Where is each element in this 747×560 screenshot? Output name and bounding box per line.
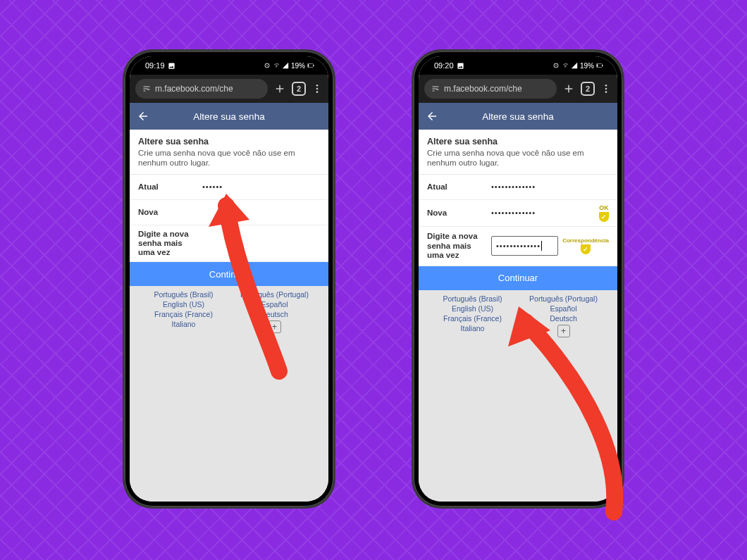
retype-password-row: Digite a nova senha mais uma vez — [130, 225, 328, 263]
svg-point-4 — [316, 88, 319, 90]
tune-icon — [431, 85, 440, 93]
camera-notch — [224, 63, 234, 73]
retype-password-row: Digite a nova senha mais uma vez •••••••… — [419, 227, 617, 266]
image-icon — [457, 62, 464, 70]
clock: 09:20 — [434, 61, 454, 70]
current-password-label: Atual — [138, 182, 198, 192]
svg-point-5 — [316, 91, 319, 93]
battery-icon — [596, 62, 603, 69]
lang-link[interactable]: Italiano — [461, 324, 485, 332]
page-header: Altere sua senha — [419, 103, 617, 130]
shield-check-icon — [581, 244, 591, 254]
wifi-icon — [273, 62, 280, 69]
more-languages-button[interactable]: + — [268, 321, 281, 333]
current-password-input[interactable]: ••••••••••••• — [491, 182, 609, 191]
password-strength-badge: OK — [599, 204, 609, 222]
svg-point-11 — [605, 91, 607, 93]
back-button[interactable] — [137, 110, 152, 123]
alarm-icon — [552, 62, 560, 69]
intro-block: Altere sua senha Crie uma senha nova que… — [130, 130, 328, 175]
svg-rect-1 — [314, 65, 314, 66]
current-password-row: Atual ••••••••••••• — [419, 175, 617, 200]
new-password-label: Nova — [427, 209, 487, 218]
clock: 09:19 — [145, 61, 165, 70]
svg-rect-2 — [308, 64, 309, 67]
lang-link[interactable]: Deutsch — [261, 310, 288, 318]
phone-left: 09:19 19% m.facebook.com/che — [124, 51, 334, 507]
svg-point-10 — [605, 88, 607, 90]
intro-subtitle: Crie uma senha nova que você não use em … — [427, 148, 609, 168]
battery-icon — [307, 62, 314, 69]
overflow-menu[interactable] — [311, 83, 323, 94]
continue-button[interactable]: Continuar — [130, 262, 328, 286]
overflow-menu[interactable] — [600, 83, 612, 94]
tab-switcher[interactable]: 2 — [292, 82, 306, 96]
signal-icon — [571, 62, 578, 69]
new-password-row: Nova ••••••••••••• OK — [419, 200, 617, 227]
new-tab-button[interactable] — [273, 82, 286, 95]
browser-toolbar: m.facebook.com/che 2 — [419, 75, 617, 103]
url-text: m.facebook.com/che — [155, 84, 233, 94]
back-button[interactable] — [426, 110, 441, 123]
camera-notch — [513, 63, 523, 73]
retype-password-label: Digite a nova senha mais uma vez — [138, 230, 198, 258]
lang-link[interactable]: Español — [550, 304, 577, 313]
current-password-label: Atual — [427, 182, 487, 192]
intro-title: Altere sua senha — [427, 137, 609, 147]
tune-icon — [142, 85, 151, 93]
intro-title: Altere sua senha — [138, 137, 320, 147]
language-selector: Português (Brasil) English (US) Français… — [130, 286, 328, 339]
lang-link[interactable]: Português (Brasil) — [154, 290, 213, 299]
battery-text: 19% — [291, 62, 305, 70]
url-bar[interactable]: m.facebook.com/che — [424, 79, 557, 99]
current-password-row: Atual •••••• — [130, 175, 328, 200]
continue-button[interactable]: Continuar — [419, 266, 617, 290]
intro-block: Altere sua senha Crie uma senha nova que… — [419, 130, 617, 175]
svg-rect-7 — [603, 65, 603, 66]
image-icon — [168, 62, 175, 70]
lang-link[interactable]: Português (Portugal) — [240, 290, 309, 299]
lang-link[interactable]: English (US) — [452, 304, 493, 313]
shield-check-icon — [599, 212, 609, 222]
url-bar[interactable]: m.facebook.com/che — [135, 79, 268, 99]
page-header: Altere sua senha — [130, 103, 328, 130]
lang-link[interactable]: Français (France) — [154, 310, 213, 318]
signal-icon — [282, 62, 289, 69]
svg-rect-8 — [597, 64, 598, 67]
battery-text: 19% — [580, 62, 594, 70]
intro-subtitle: Crie uma senha nova que você não use em … — [138, 148, 320, 168]
wifi-icon — [562, 62, 569, 69]
retype-password-label: Digite a nova senha mais uma vez — [427, 232, 487, 260]
lang-link[interactable]: English (US) — [163, 300, 204, 309]
more-languages-button[interactable]: + — [557, 325, 570, 337]
page-title: Altere sua senha — [152, 111, 306, 122]
new-tab-button[interactable] — [562, 82, 575, 95]
svg-point-9 — [605, 85, 607, 87]
retype-password-input[interactable]: ••••••••••••• — [491, 236, 558, 256]
tab-switcher[interactable]: 2 — [581, 82, 595, 96]
new-password-input[interactable]: ••••••••••••• — [491, 209, 595, 217]
page-title: Altere sua senha — [441, 111, 595, 122]
lang-link[interactable]: Français (France) — [443, 314, 502, 323]
browser-toolbar: m.facebook.com/che 2 — [130, 75, 328, 103]
lang-link[interactable]: Português (Brasil) — [443, 294, 502, 303]
password-match-badge: Correspondência — [562, 237, 609, 254]
new-password-row: Nova — [130, 200, 328, 225]
language-selector: Português (Brasil) English (US) Français… — [419, 290, 617, 343]
alarm-icon — [264, 62, 271, 69]
current-password-input[interactable]: •••••• — [202, 182, 320, 191]
lang-link[interactable]: Português (Portugal) — [529, 294, 598, 303]
lang-link[interactable]: Español — [261, 300, 288, 309]
phone-right: 09:20 19% m.facebook.com/che — [413, 51, 623, 507]
lang-link[interactable]: Italiano — [172, 320, 196, 328]
lang-link[interactable]: Deutsch — [550, 314, 577, 323]
svg-point-3 — [316, 85, 319, 87]
new-password-label: Nova — [138, 208, 198, 217]
url-text: m.facebook.com/che — [444, 84, 522, 94]
